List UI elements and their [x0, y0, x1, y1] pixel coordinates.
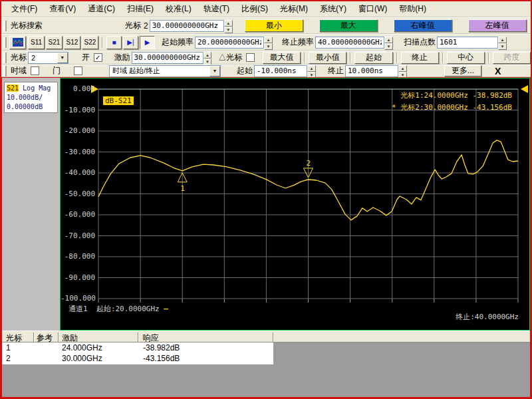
stimulus-label: 激励 — [113, 52, 132, 63]
menu-view[interactable]: 查看(V) — [43, 2, 82, 16]
y-axis-tick-label: -80.000 — [61, 252, 95, 261]
y-axis-tick-label: -30.000 — [61, 148, 95, 156]
search-peak-left-button[interactable]: 左峰值 — [468, 19, 527, 32]
toolbar-separator — [350, 53, 351, 63]
menu-channel[interactable]: 通道(C) — [82, 2, 121, 16]
marker-max-button[interactable]: 最大值 — [263, 52, 301, 64]
marker-table-row: 124.000GHz-38.982dB — [2, 342, 273, 353]
td-stop-label: 终止 — [327, 65, 345, 76]
app-window: 文件(F) 查看(V) 通道(C) 扫描(E) 校准(L) 轨迹(T) 比例(S… — [0, 0, 532, 399]
menu-help[interactable]: 帮助(H) — [393, 2, 432, 16]
marker-table-cell: 24.000GHz — [62, 343, 102, 352]
y-axis-tick-label: -50.000 — [61, 190, 95, 198]
y-axis-tick-label: -10.000 — [61, 106, 95, 114]
s22-button[interactable]: S22 — [82, 36, 98, 49]
column-separator[interactable] — [273, 332, 274, 342]
toolbar-gripper[interactable] — [3, 21, 7, 31]
td-start-stepper[interactable]: ▲▼ — [307, 65, 316, 77]
trace-scale: 10.000dB/ — [7, 93, 55, 102]
sweep-points-stepper[interactable]: ▲▼ — [498, 37, 507, 49]
marker-table-body: 124.000GHz-38.982dB230.000GHz-43.156dB — [2, 342, 273, 364]
menu-cal[interactable]: 校准(L) — [160, 2, 198, 16]
close-toolbar-icon[interactable]: X — [495, 66, 501, 76]
trace-ref-level: 0.00000dB — [7, 102, 55, 112]
search-max-button[interactable]: 最大 — [319, 19, 378, 32]
marker-to-stop-button[interactable]: 终止 — [401, 52, 439, 64]
sweep-continuous-button[interactable]: ▶ — [140, 36, 155, 49]
search-peak-right-button[interactable]: 右峰值 — [394, 19, 452, 32]
toolbar-gripper[interactable] — [3, 37, 7, 48]
trace-status-panel: S21 Log Mag 10.000dB/ 0.00000dB — [2, 78, 60, 331]
y-axis-tick-label: -70.000 — [61, 231, 95, 240]
marker-freq-input[interactable] — [150, 20, 224, 32]
sweep-points-input[interactable] — [437, 37, 498, 49]
search-min-button[interactable]: 最小 — [245, 19, 303, 32]
td-stop-input[interactable] — [345, 65, 398, 77]
marker-min-button[interactable]: 最小值 — [309, 52, 346, 64]
menu-sweep[interactable]: 扫描(E) — [121, 2, 160, 16]
trace-display-icon-button[interactable] — [9, 36, 26, 49]
chevron-down-icon[interactable]: ▼ — [57, 53, 68, 63]
column-separator[interactable] — [33, 332, 35, 342]
marker-readout-1: 光标1:24.0000GHz -38.982dB — [392, 90, 512, 102]
menu-bar: 文件(F) 查看(V) 通道(C) 扫描(E) 校准(L) 轨迹(T) 比例(S… — [1, 1, 531, 17]
marker-to-span-button: 跨度 — [493, 52, 531, 64]
marker-table-cell: 1 — [6, 343, 11, 352]
time-domain-checkbox[interactable] — [31, 66, 39, 75]
marker-search-marker-label: 光标 — [124, 20, 142, 31]
stop-freq-input[interactable] — [315, 37, 384, 49]
mini-graph-icon — [13, 38, 23, 47]
marker-to-center-button[interactable]: 中心 — [447, 52, 485, 64]
sweep-single-button[interactable]: ▶| — [123, 36, 138, 49]
more-button[interactable]: 更多... — [444, 65, 481, 76]
column-separator[interactable] — [138, 332, 139, 342]
trace-format: Log Mag — [23, 84, 51, 92]
marker-to-start-button[interactable]: 起始 — [354, 52, 392, 64]
toolbar-gripper[interactable] — [3, 66, 7, 76]
marker-table-panel: 光标 参考 激励 响应 124.000GHz-38.982dB230.000GH… — [2, 331, 530, 397]
delta-marker-checkbox[interactable] — [246, 53, 255, 62]
td-start-input[interactable] — [254, 65, 307, 77]
toolbar-time-domain: 时域 门 时域 起始/终止 ▼ 起始 ▲▼ 终止 ▲▼ 更多... X — [1, 65, 531, 77]
stimulus-input[interactable] — [132, 52, 203, 64]
s21-button[interactable]: S21 — [46, 36, 63, 49]
toolbar-separator — [304, 53, 305, 63]
menu-system[interactable]: 系统(Y) — [314, 2, 352, 16]
stimulus-stepper[interactable]: ▲▼ — [203, 52, 212, 64]
sweep-stop-button[interactable]: ■ — [106, 36, 122, 49]
start-freq-stepper[interactable]: ▲▼ — [264, 37, 273, 49]
time-domain-mode-value: 时域 起始/终止 — [110, 66, 209, 76]
marker-search-title: 光标搜索 — [9, 20, 44, 31]
marker-readout-2: * 光标2:30.0000GHz -43.156dB — [392, 102, 512, 114]
stop-freq-stepper[interactable]: ▲▼ — [384, 37, 393, 49]
marker-select[interactable]: 2 ▼ — [28, 52, 68, 64]
start-freq-label: 起始频率 — [160, 37, 195, 48]
marker-freq-stepper[interactable]: ▲▼ — [224, 20, 233, 32]
td-stop-stepper[interactable]: ▲▼ — [398, 65, 407, 77]
s11-button[interactable]: S11 — [28, 36, 45, 49]
trace-color-key: — — [164, 305, 168, 313]
menu-scale[interactable]: 比例(S) — [235, 2, 274, 16]
menu-window[interactable]: 窗口(W) — [352, 2, 393, 16]
toolbar-separator — [102, 37, 103, 48]
menu-file[interactable]: 文件(F) — [5, 2, 43, 16]
time-domain-mode-select[interactable]: 时域 起始/终止 ▼ — [109, 65, 221, 77]
marker-table-cell: -38.982dB — [143, 343, 180, 352]
svg-text:1: 1 — [180, 184, 185, 193]
gate-checkbox[interactable] — [74, 66, 82, 75]
menu-trace[interactable]: 轨迹(T) — [198, 2, 235, 16]
s12-button[interactable]: S12 — [64, 36, 80, 49]
marker-table-row: 230.000GHz-43.156dB — [2, 353, 273, 364]
stop-freq-label: 终止频率 — [281, 37, 315, 48]
y-axis-tick-label: -90.000 — [61, 273, 95, 282]
sweep-points-label: 扫描点数 — [402, 37, 437, 48]
start-freq-input[interactable] — [195, 37, 264, 49]
chart-canvas[interactable]: 12 — [61, 78, 529, 330]
menu-marker[interactable]: 光标(M) — [274, 2, 314, 16]
channel-start-label: 通道1 起始:20.0000GHz — — [68, 304, 168, 314]
toolbar-gripper[interactable] — [3, 53, 7, 63]
chevron-down-icon[interactable]: ▼ — [209, 66, 220, 76]
trace-info-box[interactable]: S21 Log Mag 10.000dB/ 0.00000dB — [4, 82, 58, 113]
column-separator[interactable] — [58, 332, 59, 342]
marker-on-checkbox[interactable]: ✓ — [94, 53, 102, 62]
